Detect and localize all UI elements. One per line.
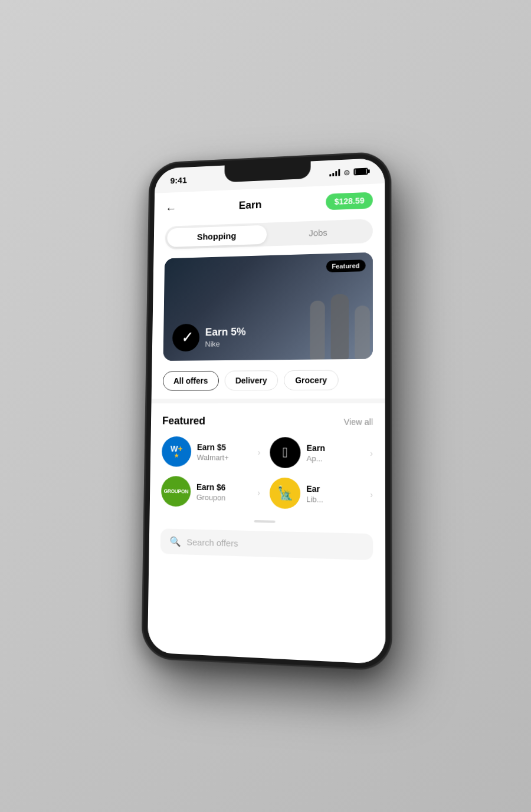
- status-time: 9:41: [170, 175, 186, 185]
- phone-wrapper: 9:41 ⊜ ←: [142, 152, 392, 671]
- walmart-offer-info: Earn $5 Walmart+: [197, 442, 253, 462]
- banner-text: Earn 5% Nike: [205, 326, 245, 348]
- filter-chips: All offers Delivery Grocery: [152, 363, 385, 396]
- walmart-brand: Walmart+: [197, 452, 252, 462]
- section-header: Featured View all: [162, 415, 373, 428]
- nike-swoosh-icon: ✓: [181, 329, 192, 346]
- notch: [224, 161, 310, 182]
- scroll-dot: [254, 520, 276, 522]
- groupon-brand: Groupon: [196, 492, 252, 502]
- balance-badge[interactable]: $128.59: [326, 192, 373, 210]
- liberty-earn: Ear: [306, 484, 364, 494]
- groupon-offer-info: Earn $6 Groupon: [196, 482, 252, 502]
- chip-all-offers[interactable]: All offers: [163, 370, 219, 390]
- featured-tag: Featured: [326, 259, 365, 272]
- apple-brand: Ap...: [306, 453, 363, 463]
- person-silhouette-2: [331, 294, 349, 359]
- scroll-indicator: [149, 517, 385, 525]
- app-content: ← Earn $128.59 Shopping Jobs: [148, 183, 386, 664]
- apple-offer-info: Earn Ap...: [306, 443, 363, 463]
- person-silhouette-3: [355, 305, 370, 359]
- offer-item-liberty[interactable]: 🗽 Ear Lib... ›: [270, 477, 373, 510]
- banner-brand: Nike: [205, 339, 245, 349]
- status-icons: ⊜: [329, 167, 368, 177]
- section-separator: [152, 398, 385, 403]
- groupon-earn: Earn $6: [196, 482, 252, 492]
- liberty-offer-info: Ear Lib...: [306, 484, 364, 505]
- featured-section: Featured View all W+ ★: [150, 405, 385, 517]
- back-button[interactable]: ←: [165, 201, 176, 215]
- section-title: Featured: [162, 415, 205, 427]
- banner-content: ✓ Earn 5% Nike: [172, 323, 246, 351]
- signal-bars-icon: [329, 169, 340, 176]
- walmart-earn: Earn $5: [197, 442, 252, 452]
- offer-item-groupon[interactable]: GROUPON Earn $6 Groupon ›: [161, 475, 260, 508]
- search-placeholder: Search offers: [186, 537, 238, 548]
- person-silhouette-1: [310, 300, 324, 359]
- banner-earn-text: Earn 5%: [205, 326, 246, 338]
- apple-arrow-icon: ›: [370, 448, 373, 458]
- walmart-logo: W+ ★: [162, 436, 192, 466]
- screen: 9:41 ⊜ ←: [148, 157, 386, 664]
- offer-item-apple[interactable]:  Earn Ap... ›: [270, 437, 373, 469]
- liberty-brand: Lib...: [306, 494, 364, 504]
- nike-logo: ✓: [172, 323, 199, 351]
- offers-grid: W+ ★ Earn $5 Walmart+ ›: [161, 436, 373, 510]
- liberty-logo: 🗽: [270, 477, 301, 509]
- apple-earn: Earn: [307, 443, 364, 453]
- walmart-arrow-icon: ›: [258, 448, 261, 457]
- chip-grocery[interactable]: Grocery: [284, 370, 338, 390]
- liberty-arrow-icon: ›: [370, 489, 373, 499]
- view-all-button[interactable]: View all: [344, 416, 373, 426]
- offer-item-walmart[interactable]: W+ ★ Earn $5 Walmart+ ›: [162, 436, 261, 467]
- featured-banner[interactable]: Featured ✓ Earn 5% Nike: [163, 252, 373, 360]
- wifi-icon: ⊜: [343, 167, 350, 176]
- apple-logo: : [270, 437, 300, 468]
- chip-delivery[interactable]: Delivery: [224, 370, 278, 390]
- search-bar[interactable]: 🔍 Search offers: [160, 528, 373, 560]
- search-icon: 🔍: [169, 535, 181, 547]
- tab-switcher: Shopping Jobs: [165, 219, 373, 249]
- page-title: Earn: [239, 198, 262, 211]
- phone-shell: 9:41 ⊜ ←: [142, 152, 392, 671]
- groupon-logo: GROUPON: [161, 475, 191, 507]
- tab-shopping[interactable]: Shopping: [167, 225, 267, 247]
- battery-icon: [353, 167, 368, 175]
- tab-jobs[interactable]: Jobs: [267, 221, 371, 244]
- groupon-arrow-icon: ›: [257, 488, 260, 497]
